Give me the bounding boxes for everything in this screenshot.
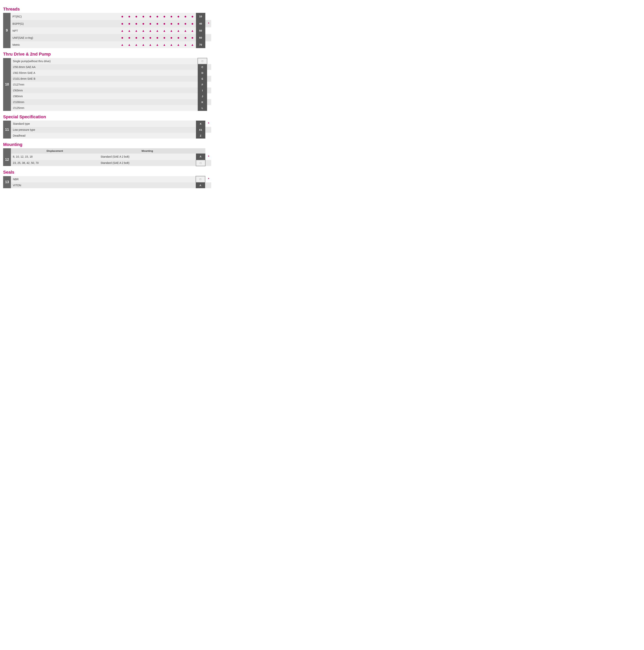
dot-cell: ● bbox=[147, 20, 154, 27]
dot-cell: ● bbox=[161, 13, 168, 20]
table-row: 13 NBR □ * bbox=[3, 176, 211, 182]
table-row: UNF(SAE o-ring) ● ● ● ● ● ● ● ● ● ● ● 60 bbox=[3, 34, 211, 41]
table-row: 10 Single pump(without thru drive) □ bbox=[3, 58, 211, 64]
dot-cell: ▲ bbox=[126, 41, 133, 48]
code-cell: X bbox=[196, 120, 205, 127]
dot-cell: ● bbox=[133, 20, 140, 27]
dot-cell: ● bbox=[175, 13, 182, 20]
dot-cell: ● bbox=[161, 34, 168, 41]
thru-drive-table: 10 Single pump(without thru drive) □ ∅50… bbox=[3, 58, 211, 111]
mounting-value: Standard (SAE A 2 bolt) bbox=[99, 153, 196, 160]
dot-cell: ▲ bbox=[140, 41, 147, 48]
seals-section: Seals 13 NBR □ * VITON A bbox=[3, 170, 211, 188]
asterisk-cell bbox=[205, 34, 211, 41]
dot-cell: ● bbox=[154, 20, 161, 27]
dot-cell: ● bbox=[168, 13, 175, 20]
dot-cell: ▲ bbox=[126, 27, 133, 34]
mounting-table: Displacement Mounting 12 8, 10, 12, 15, … bbox=[3, 148, 211, 166]
table-header-row: Displacement Mounting bbox=[3, 148, 211, 153]
dot-cell: ▲ bbox=[154, 41, 161, 48]
dot-cell: ● bbox=[189, 34, 196, 41]
code-cell: 60 bbox=[196, 34, 205, 41]
table-row: 12 8, 10, 12, 15, 18 Standard (SAE A 2 b… bbox=[3, 153, 211, 160]
dot-cell: ● bbox=[119, 13, 126, 20]
dot-cell: ▲ bbox=[119, 27, 126, 34]
dot-cell: ▲ bbox=[119, 41, 126, 48]
table-row: ∅50.8mm SAE AA C bbox=[3, 64, 211, 70]
code-cell: Z bbox=[196, 133, 205, 139]
dot-cell: ● bbox=[168, 20, 175, 27]
dot-cell: ▲ bbox=[161, 27, 168, 34]
dot-cell: ● bbox=[154, 13, 161, 20]
asterisk-cell bbox=[207, 82, 211, 87]
drive-label: ∅63mm bbox=[11, 87, 198, 93]
code-cell: 10 bbox=[196, 13, 205, 20]
dot-cell: ▲ bbox=[140, 27, 147, 34]
dot-cell: ▲ bbox=[133, 41, 140, 48]
drive-label: Single pump(without thru drive) bbox=[11, 58, 198, 64]
dot-cell: ● bbox=[182, 34, 189, 41]
code-cell: 70 bbox=[196, 41, 205, 48]
dot-cell: ● bbox=[147, 34, 154, 41]
dot-cell: ▲ bbox=[168, 41, 175, 48]
special-label: Standard type bbox=[11, 120, 196, 127]
asterisk-cell: * bbox=[205, 176, 211, 182]
special-spec-table: 11 Standard type X * Low pressure type X… bbox=[3, 120, 211, 139]
table-row: BSPP(G) ● ● ● ● ● ● ● ● ● ● ● 40 * bbox=[3, 20, 211, 27]
dot-cell: ● bbox=[126, 13, 133, 20]
dot-cell: ● bbox=[175, 20, 182, 27]
asterisk-cell bbox=[207, 76, 211, 82]
table-row: ∅63mm I bbox=[3, 87, 211, 93]
mounting-title: Mounting bbox=[3, 142, 211, 147]
dot-cell: ● bbox=[189, 13, 196, 20]
dot-cell: ● bbox=[140, 20, 147, 27]
drive-label: ∅80mm bbox=[11, 93, 198, 99]
special-spec-title: Special Specification bbox=[3, 114, 211, 119]
special-label: Low pressure type bbox=[11, 127, 196, 133]
displacement-value: 23, 25, 38, 42, 50, 70 bbox=[11, 160, 99, 166]
asterisk-cell: * bbox=[205, 20, 211, 27]
code-cell: E bbox=[198, 76, 207, 82]
asterisk-cell bbox=[205, 127, 211, 133]
table-row: ∅127mm F bbox=[3, 82, 211, 87]
table-row: Deadhead Z bbox=[3, 133, 211, 139]
code-cell: K bbox=[198, 99, 207, 105]
row-number-11: 11 bbox=[3, 120, 11, 139]
asterisk-cell bbox=[207, 70, 211, 76]
code-cell: I bbox=[198, 87, 207, 93]
thread-label: NPT bbox=[10, 27, 119, 34]
special-label: Deadhead bbox=[11, 133, 196, 139]
dot-cell: ● bbox=[140, 34, 147, 41]
row-number-9: 9 bbox=[3, 13, 10, 48]
table-row: Metric ▲ ▲ ▲ ▲ ▲ ▲ ▲ ▲ ▲ ▲ ▲ 70 bbox=[3, 41, 211, 48]
seal-label: NBR bbox=[11, 176, 196, 182]
dot-cell: ● bbox=[119, 34, 126, 41]
table-row: ∅101.6mm SAE B E bbox=[3, 76, 211, 82]
threads-table: 9 PT(RC) ● ● ● ● ● ● ● ● ● ● ● 10 BSPP(G… bbox=[3, 13, 211, 48]
drive-label: ∅101.6mm SAE B bbox=[11, 76, 198, 82]
dot-cell: ● bbox=[182, 13, 189, 20]
dot-cell: ● bbox=[119, 20, 126, 27]
asterisk-cell bbox=[207, 58, 211, 64]
row-number-10: 10 bbox=[3, 58, 11, 111]
table-row: NPT ▲ ▲ ▲ ▲ ▲ ▲ ▲ ▲ ▲ ▲ ▲ 50 bbox=[3, 27, 211, 34]
code-cell: C bbox=[198, 64, 207, 70]
thread-label: BSPP(G) bbox=[10, 20, 119, 27]
table-row: 23, 25, 38, 42, 50, 70 Standard (SAE A 2… bbox=[3, 160, 211, 166]
dot-cell: ▲ bbox=[147, 41, 154, 48]
drive-label: ∅127mm bbox=[11, 82, 198, 87]
dot-cell: ● bbox=[154, 34, 161, 41]
asterisk-cell bbox=[205, 41, 211, 48]
drive-label: ∅82.55mm SAE A bbox=[11, 70, 198, 76]
thru-drive-section: Thru Drive & 2nd Pump 10 Single pump(wit… bbox=[3, 51, 211, 111]
seal-label: VITON bbox=[11, 182, 196, 188]
dot-cell: ● bbox=[147, 13, 154, 20]
mounting-value: Standard (SAE A 2 bolt) bbox=[99, 160, 196, 166]
dot-cell: ● bbox=[126, 34, 133, 41]
code-cell: F bbox=[198, 82, 207, 87]
asterisk-cell bbox=[205, 160, 211, 166]
dot-cell: ● bbox=[133, 34, 140, 41]
dot-cell: ▲ bbox=[168, 27, 175, 34]
dot-cell: ● bbox=[161, 20, 168, 27]
mounting-header: Mounting bbox=[99, 148, 196, 153]
